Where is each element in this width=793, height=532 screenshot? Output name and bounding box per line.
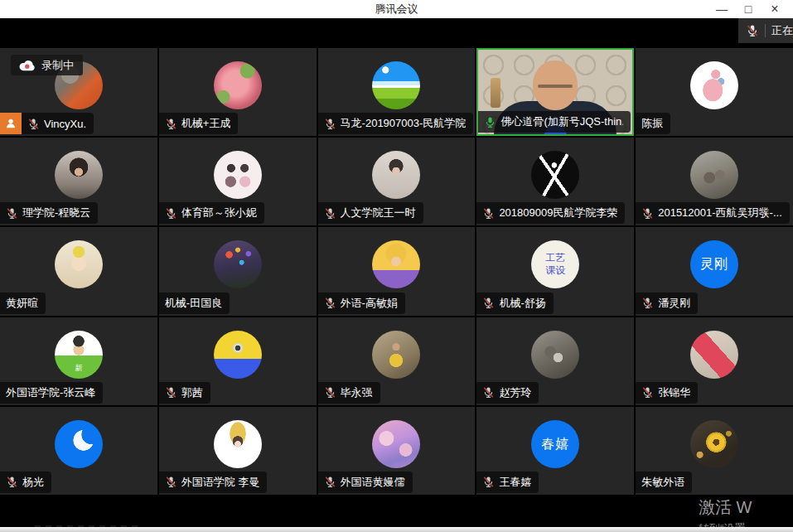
participant-tile-13[interactable]: 外语-高敏娟	[318, 227, 476, 315]
avatar	[55, 420, 103, 468]
recording-label: 录制中	[41, 58, 74, 73]
window-controls: — □ ×	[708, 0, 788, 18]
participant-name: 潘灵刚	[658, 296, 690, 311]
divider	[765, 24, 766, 37]
mic-muted-icon	[324, 386, 336, 399]
participant-namebar: 机械-田国良	[159, 293, 230, 314]
participant-namebar: 佛心道骨(加新号JQS-thin...	[478, 111, 631, 133]
mic-muted-icon	[482, 476, 495, 488]
participant-name: 人文学院王一时	[341, 206, 416, 220]
avatar: 新	[55, 331, 103, 379]
participant-name: 王春嬉	[499, 475, 531, 490]
participant-tile-19[interactable]: 赵芳玲	[476, 317, 634, 405]
titlebar: 腾讯会议 — □ ×	[0, 0, 793, 18]
mic-muted-icon	[324, 476, 336, 488]
participant-namebar: 王春嬉	[476, 472, 539, 493]
participant-tile-21[interactable]: 杨光	[0, 407, 157, 495]
participant-namebar: 人文学院王一时	[318, 202, 423, 224]
participant-tile-16[interactable]: 新外国语学院-张云峰	[0, 317, 157, 405]
participant-tile-3[interactable]: 马龙-201907003-民航学院	[318, 48, 476, 136]
avatar	[372, 151, 420, 199]
mic-muted-icon	[324, 118, 336, 130]
participant-namebar: 201809009民航学院李荣	[476, 202, 625, 224]
participant-name: 外国语学院-张云峰	[6, 385, 95, 400]
participant-tile-25[interactable]: 朱敏外语	[636, 407, 793, 495]
mic-muted-icon	[324, 207, 336, 220]
participant-tile-17[interactable]: 郭茜	[159, 317, 317, 405]
participant-tile-22[interactable]: 外国语学院 李曼	[159, 407, 317, 495]
avatar: 春嬉	[531, 420, 579, 468]
minimize-button[interactable]: —	[708, 0, 735, 18]
avatar-text: 灵刚	[690, 240, 738, 288]
participant-namebar: 陈振	[636, 113, 670, 134]
participant-name: 机械-舒扬	[499, 296, 545, 311]
avatar	[690, 61, 738, 109]
avatar-text: 工艺课设	[531, 240, 579, 288]
participant-namebar: 201512001-西航吴玥彂-...	[636, 202, 790, 224]
participant-tile-1[interactable]: 录制中VincyXu.	[0, 48, 157, 136]
participant-namebar: 马龙-201907003-民航学院	[318, 113, 474, 134]
participant-tile-24[interactable]: 春嬉王春嬉	[476, 407, 634, 495]
avatar	[372, 331, 420, 379]
avatar	[531, 151, 579, 199]
participant-name: 赵芳玲	[499, 385, 531, 400]
avatar	[690, 331, 738, 379]
participant-namebar: 朱敏外语	[636, 472, 692, 493]
avatar	[55, 240, 103, 288]
mic-status-popup[interactable]: 正在	[738, 18, 793, 43]
avatar	[372, 240, 420, 288]
avatar	[690, 420, 738, 468]
participant-namebar: 外语-高敏娟	[318, 293, 405, 314]
participant-tile-5[interactable]: 陈振	[636, 48, 793, 136]
participant-tile-2[interactable]: 机械+王成	[159, 48, 317, 136]
participant-namebar: 外国语黄嫚儒	[318, 472, 413, 493]
close-button[interactable]: ×	[762, 0, 788, 18]
participant-tile-15[interactable]: 灵刚潘灵刚	[636, 227, 793, 315]
participant-tile-6[interactable]: 理学院-程晓云	[0, 138, 157, 225]
participant-namebar: 赵芳玲	[476, 382, 539, 404]
mic-muted-icon	[6, 476, 18, 488]
participant-name: 张锦华	[658, 385, 690, 400]
participant-tile-10[interactable]: 201512001-西航吴玥彂-...	[636, 138, 793, 225]
mic-muted-icon	[165, 207, 177, 220]
mic-muted-icon	[165, 476, 177, 488]
participant-tile-8[interactable]: 人文学院王一时	[318, 138, 476, 225]
participant-tile-4[interactable]: 佛心道骨(加新号JQS-thin...	[476, 48, 634, 136]
avatar	[372, 61, 420, 109]
mic-muted-icon	[641, 207, 654, 220]
window-title: 腾讯会议	[375, 2, 418, 17]
participant-tile-12[interactable]: 机械-田国良	[159, 227, 317, 315]
participant-tile-23[interactable]: 外国语黄嫚儒	[318, 407, 476, 495]
participant-name: 郭茜	[181, 385, 203, 400]
participant-name: 机械+王成	[181, 116, 231, 131]
participant-namebar: 潘灵刚	[636, 293, 698, 314]
participant-tile-11[interactable]: 黄妍暄	[0, 227, 157, 315]
participant-namebar: 机械-舒扬	[476, 293, 553, 314]
participant-tile-14[interactable]: 工艺课设机械-舒扬	[476, 227, 634, 315]
avatar-text: 春嬉	[531, 420, 579, 468]
avatar	[55, 151, 103, 199]
participant-namebar: 体育部～张小妮	[159, 202, 264, 224]
maximize-button[interactable]: □	[735, 0, 762, 18]
participant-tile-20[interactable]: 张锦华	[636, 317, 793, 405]
participant-namebar: 郭茜	[159, 382, 210, 404]
mic-muted-icon	[27, 118, 40, 130]
participant-name: 陈振	[641, 116, 663, 131]
participant-namebar: VincyXu.	[22, 113, 94, 134]
participant-tile-18[interactable]: 毕永强	[318, 317, 476, 405]
participant-tile-7[interactable]: 体育部～张小妮	[159, 138, 317, 225]
participant-name: 杨光	[22, 475, 44, 490]
participant-grid: 录制中VincyXu.机械+王成马龙-201907003-民航学院佛心道骨(加新…	[0, 48, 793, 495]
participant-namebar: 张锦华	[636, 382, 698, 404]
meeting-window: 腾讯会议 — □ × 正在 录制中VincyXu.机械+王成马龙-2019070…	[0, 0, 793, 532]
cloud-recording-icon	[18, 60, 36, 71]
participant-name: 朱敏外语	[641, 475, 684, 490]
participant-tile-9[interactable]: 201809009民航学院李荣	[476, 138, 634, 225]
participant-namebar: 黄妍暄	[0, 293, 46, 314]
participant-namebar: 机械+王成	[159, 113, 239, 134]
avatar	[690, 151, 738, 199]
participant-namebar: 外国语学院 李曼	[159, 472, 268, 493]
participant-name: 外国语学院 李曼	[181, 475, 260, 490]
avatar	[214, 331, 262, 379]
avatar: 灵刚	[690, 240, 738, 288]
